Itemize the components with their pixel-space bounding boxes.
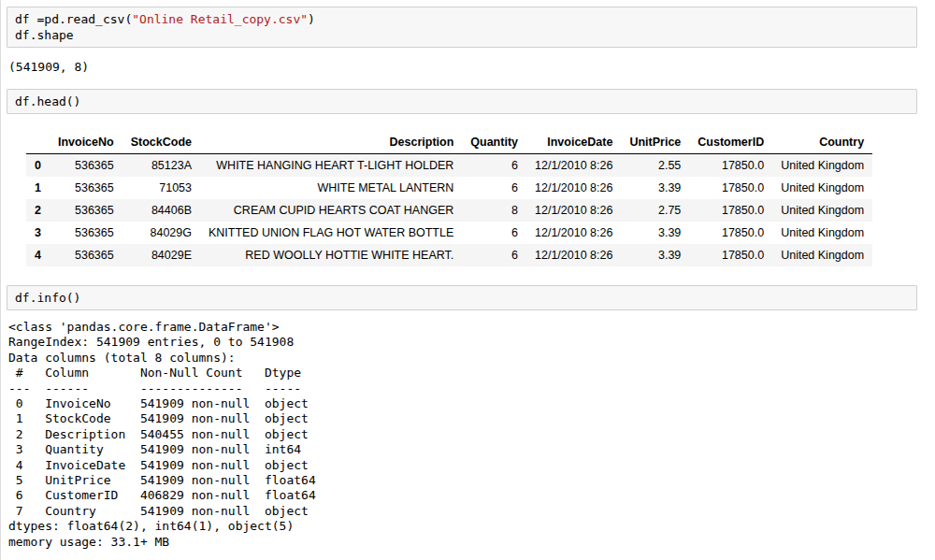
table-cell: 84029G xyxy=(122,222,200,244)
dataframe-header: InvoiceNoStockCodeDescriptionQuantityInv… xyxy=(26,131,872,154)
column-header: Quantity xyxy=(462,131,526,154)
table-cell: 8 xyxy=(462,199,526,222)
table-cell: 12/1/2010 8:26 xyxy=(526,222,621,244)
table-cell: CREAM CUPID HEARTS COAT HANGER xyxy=(200,199,462,222)
column-header: Description xyxy=(200,131,462,154)
table-cell: United Kingdom xyxy=(772,222,872,244)
table-cell: 2.55 xyxy=(621,154,689,178)
info-output: <class 'pandas.core.frame.DataFrame'> Ra… xyxy=(8,320,917,550)
table-cell: 6 xyxy=(462,154,526,178)
notebook: df =pd.read_csv("Online Retail_copy.csv"… xyxy=(1,0,935,550)
row-index: 0 xyxy=(26,154,50,178)
table-cell: United Kingdom xyxy=(772,177,872,199)
table-cell: 6 xyxy=(462,222,526,244)
table-row: 253636584406BCREAM CUPID HEARTS COAT HAN… xyxy=(26,199,872,222)
table-cell: 12/1/2010 8:26 xyxy=(526,199,621,222)
row-index: 4 xyxy=(26,244,50,266)
table-cell: 3.39 xyxy=(621,244,689,266)
table-cell: 17850.0 xyxy=(689,222,772,244)
table-cell: 84029E xyxy=(122,244,200,266)
table-cell: United Kingdom xyxy=(772,154,872,178)
column-header: Country xyxy=(772,131,872,154)
row-index: 3 xyxy=(26,222,50,244)
column-header: InvoiceNo xyxy=(50,131,122,154)
table-cell: 3.39 xyxy=(621,222,689,244)
table-cell: 17850.0 xyxy=(689,154,772,178)
table-cell: 2.75 xyxy=(621,199,689,222)
code-input-info[interactable]: df.info() xyxy=(15,290,909,306)
dataframe-output: InvoiceNoStockCodeDescriptionQuantityInv… xyxy=(7,131,917,266)
table-cell: 17850.0 xyxy=(689,244,772,266)
table-row: 053636585123AWHITE HANGING HEART T-LIGHT… xyxy=(26,154,872,178)
code-input-head[interactable]: df.head() xyxy=(15,93,909,109)
row-index: 2 xyxy=(26,199,50,222)
table-cell: RED WOOLLY HOTTIE WHITE HEART. xyxy=(200,244,462,266)
table-cell: 12/1/2010 8:26 xyxy=(526,244,621,266)
table-cell: 3.39 xyxy=(621,177,689,199)
table-row: 453636584029ERED WOOLLY HOTTIE WHITE HEA… xyxy=(26,244,872,266)
table-cell: WHITE METAL LANTERN xyxy=(200,177,462,199)
table-cell: 85123A xyxy=(122,154,200,178)
table-row: 153636571053WHITE METAL LANTERN612/1/201… xyxy=(26,177,872,199)
column-header: UnitPrice xyxy=(621,131,689,154)
table-cell: 536365 xyxy=(50,177,122,199)
shape-output: (541909, 8) xyxy=(8,60,917,74)
table-cell: 536365 xyxy=(50,244,122,266)
code-input-read-csv[interactable]: df =pd.read_csv("Online Retail_copy.csv"… xyxy=(15,11,909,43)
row-index: 1 xyxy=(26,177,50,199)
code-token: df =pd.read_csv( xyxy=(15,12,132,26)
code-token-df-shape: df.shape xyxy=(15,28,74,42)
dataframe-table: InvoiceNoStockCodeDescriptionQuantityInv… xyxy=(26,131,872,266)
code-cell-read-csv[interactable]: df =pd.read_csv("Online Retail_copy.csv"… xyxy=(7,7,917,48)
table-cell: 17850.0 xyxy=(689,199,772,222)
table-cell: WHITE HANGING HEART T-LIGHT HOLDER xyxy=(200,154,462,178)
table-cell: 71053 xyxy=(122,177,200,199)
column-header: CustomerID xyxy=(689,131,772,154)
column-header: StockCode xyxy=(122,131,200,154)
table-cell: KNITTED UNION FLAG HOT WATER BOTTLE xyxy=(200,222,462,244)
table-cell: 17850.0 xyxy=(689,177,772,199)
column-header: InvoiceDate xyxy=(526,131,621,154)
table-cell: 6 xyxy=(462,177,526,199)
table-cell: United Kingdom xyxy=(772,199,872,222)
table-cell: United Kingdom xyxy=(772,244,872,266)
code-cell-info[interactable]: df.info() xyxy=(7,285,917,310)
table-cell: 536365 xyxy=(50,222,122,244)
table-cell: 12/1/2010 8:26 xyxy=(526,177,621,199)
dataframe-body: 053636585123AWHITE HANGING HEART T-LIGHT… xyxy=(26,154,872,267)
code-cell-head[interactable]: df.head() xyxy=(7,89,917,114)
table-cell: 536365 xyxy=(50,154,122,178)
code-token: ) xyxy=(308,12,315,26)
table-cell: 6 xyxy=(462,244,526,266)
table-cell: 536365 xyxy=(50,199,122,222)
column-header xyxy=(26,131,50,154)
table-cell: 12/1/2010 8:26 xyxy=(526,154,621,178)
table-row: 353636584029GKNITTED UNION FLAG HOT WATE… xyxy=(26,222,872,244)
header-row: InvoiceNoStockCodeDescriptionQuantityInv… xyxy=(26,131,872,154)
code-string-literal: "Online Retail_copy.csv" xyxy=(132,12,308,26)
table-cell: 84406B xyxy=(122,199,200,222)
